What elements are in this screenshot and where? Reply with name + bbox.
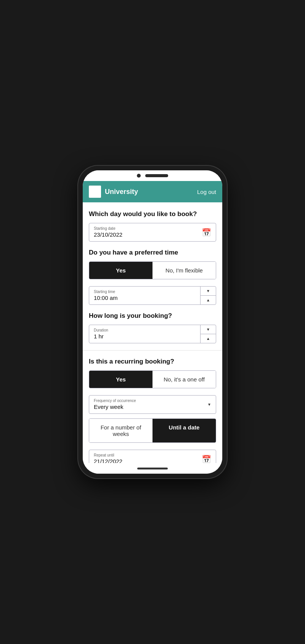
chevron-up-icon: ▲ — [206, 336, 210, 341]
duration-decrease-button[interactable]: ▼ — [201, 325, 216, 334]
duration-value: 1 hr — [94, 333, 104, 340]
starting-time-stepper: Starting time 10:00 am ▼ ▲ — [89, 286, 216, 305]
duration-label: Duration — [94, 328, 196, 332]
phone-frame: University Log out Which day would you l… — [78, 166, 227, 478]
app-header: University Log out — [83, 181, 222, 202]
repeat-until-value: 21/12/2022 — [94, 458, 122, 463]
one-off-button[interactable]: No, it's a one off — [152, 371, 216, 388]
which-day-title: Which day would you like to book? — [89, 210, 216, 218]
booking-length-title: How long is your booking? — [89, 312, 216, 320]
frequency-label: Frequency of occurrence — [94, 399, 136, 403]
notch-camera — [137, 174, 141, 178]
duration-stepper: Duration 1 hr ▼ ▲ — [89, 325, 216, 343]
frequency-dropdown-icon[interactable]: ▼ — [207, 402, 211, 407]
chevron-up-icon: ▲ — [206, 298, 210, 302]
preferred-time-toggle: Yes No, I'm flexible — [89, 261, 216, 279]
notch-speaker — [145, 174, 168, 177]
duration-increase-button[interactable]: ▲ — [201, 334, 216, 343]
home-indicator[interactable] — [137, 468, 168, 469]
yes-button[interactable]: Yes — [89, 262, 152, 279]
logout-button[interactable]: Log out — [197, 189, 216, 195]
starting-time-field: Starting time 10:00 am — [89, 287, 200, 304]
starting-time-value: 10:00 am — [94, 295, 118, 301]
phone-screen: University Log out Which day would you l… — [83, 170, 222, 474]
recurring-title: Is this a recurring booking? — [89, 357, 216, 366]
weeks-button[interactable]: For a number of weeks — [89, 419, 152, 442]
duration-type-toggle: For a number of weeks Until a date — [89, 418, 216, 443]
university-logo — [89, 186, 101, 198]
frequency-value: Every week — [94, 404, 124, 410]
starting-date-value: 23/10/2022 — [94, 231, 122, 238]
repeat-until-field[interactable]: Repeat until 21/12/2022 📅 — [89, 450, 216, 463]
time-stepper-controls: ▼ ▲ — [200, 287, 216, 304]
section-divider — [83, 350, 222, 351]
frequency-left: Frequency of occurrence Every week — [94, 399, 136, 410]
starting-date-label: Starting date — [94, 226, 211, 231]
scroll-content: Which day would you like to book? Starti… — [83, 202, 222, 463]
chevron-down-icon: ▼ — [206, 289, 210, 293]
repeat-until-label: Repeat until — [94, 453, 211, 457]
starting-date-field[interactable]: Starting date 23/10/2022 📅 — [89, 223, 216, 242]
header-left: University — [89, 186, 138, 198]
starting-time-label: Starting time — [94, 290, 196, 294]
frequency-field[interactable]: Frequency of occurrence Every week ▼ — [89, 395, 216, 414]
phone-notch — [83, 170, 222, 181]
time-increase-button[interactable]: ▲ — [201, 296, 216, 304]
repeat-calendar-icon[interactable]: 📅 — [202, 455, 211, 463]
time-decrease-button[interactable]: ▼ — [201, 287, 216, 296]
calendar-icon[interactable]: 📅 — [202, 228, 211, 237]
chevron-down-icon: ▼ — [206, 327, 210, 332]
preferred-time-title: Do you have a preferred time — [89, 248, 216, 257]
duration-field: Duration 1 hr — [89, 325, 200, 343]
recurring-yes-button[interactable]: Yes — [89, 371, 152, 388]
recurring-toggle: Yes No, it's a one off — [89, 370, 216, 388]
until-date-button[interactable]: Until a date — [152, 419, 216, 442]
app-title: University — [105, 188, 138, 196]
flexible-button[interactable]: No, I'm flexible — [152, 262, 216, 279]
home-bar — [83, 463, 222, 474]
duration-stepper-controls: ▼ ▲ — [200, 325, 216, 343]
